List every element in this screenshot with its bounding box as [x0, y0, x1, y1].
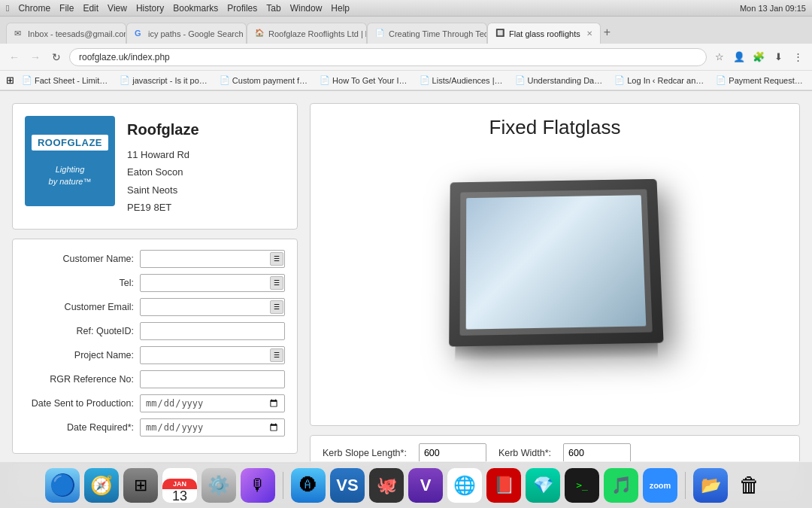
- settings-icon[interactable]: ⋮: [789, 49, 806, 65]
- file-menu[interactable]: File: [59, 3, 74, 14]
- project-name-input[interactable]: [140, 346, 285, 364]
- download-icon[interactable]: ⬇: [770, 49, 786, 65]
- tel-lookup-button[interactable]: ☰: [270, 276, 283, 290]
- dock-terminal[interactable]: >_: [565, 468, 599, 503]
- ref-label: Ref: QuoteID:: [25, 326, 134, 336]
- app-name[interactable]: Chrome: [18, 3, 50, 14]
- dock-crm[interactable]: 💎: [526, 468, 560, 503]
- tab-roofglaze-label: Roofglaze Rooflights Ltd | la…: [268, 29, 367, 38]
- logo-box: ROOFGLAZE Lighting by nature™: [25, 116, 115, 206]
- dock-vsapp[interactable]: V: [408, 468, 443, 503]
- bookmark-lists[interactable]: 📄 Lists/Audiences |…: [415, 74, 508, 87]
- tab-google[interactable]: G icy paths - Google Search ✕: [126, 23, 247, 44]
- ref-row: Ref: QuoteID:: [25, 322, 285, 340]
- rgr-ref-input[interactable]: [140, 370, 285, 388]
- company-name: Roofglaze: [127, 116, 199, 143]
- address-bar[interactable]: roofglaze.uk/index.php: [69, 48, 707, 66]
- tab-menu[interactable]: Tab: [266, 3, 280, 14]
- logo-roofglaze-text: ROOFGLAZE: [32, 135, 108, 151]
- dock-chrome[interactable]: 🌐: [447, 468, 482, 503]
- dock-acrobat[interactable]: 📕: [486, 468, 521, 503]
- bookmark-payment[interactable]: 📄 Custom payment f…: [215, 74, 312, 87]
- appstore-icon: 🅐: [300, 476, 317, 495]
- bookmark-understanding[interactable]: 📄 Understanding Da…: [511, 74, 607, 87]
- dock-vscode[interactable]: VS: [330, 468, 365, 503]
- back-button[interactable]: ←: [6, 49, 23, 65]
- bookmark-howto-icon: 📄: [320, 75, 330, 85]
- edit-menu[interactable]: Edit: [83, 3, 98, 14]
- dock-launchpad[interactable]: ⊞: [123, 468, 158, 503]
- kerb-slope-input[interactable]: [419, 443, 486, 463]
- dock-safari[interactable]: 🧭: [84, 468, 119, 503]
- bookmark-howtget[interactable]: 📄 How To Get Your I…: [315, 74, 411, 87]
- customer-name-lookup-button[interactable]: ☰: [270, 252, 283, 266]
- browser-chrome: ✉ Inbox - teesads@gmail.com ✕ G icy path…: [0, 17, 812, 91]
- tab-bar: ✉ Inbox - teesads@gmail.com ✕ G icy path…: [0, 17, 812, 44]
- forward-button[interactable]: →: [27, 49, 44, 65]
- tel-row: Tel: ☰: [25, 274, 285, 292]
- kerb-width-label: Kerb Width*:: [498, 448, 551, 458]
- email-input[interactable]: [140, 298, 285, 316]
- dock-finder[interactable]: 🔵: [45, 468, 80, 503]
- window-menu[interactable]: Window: [290, 3, 323, 14]
- email-lookup-button[interactable]: ☰: [270, 300, 283, 314]
- customer-name-label: Customer Name:: [25, 254, 134, 264]
- bookmarks-apps-icon[interactable]: ⊞: [6, 75, 14, 86]
- project-lookup-button[interactable]: ☰: [270, 348, 283, 362]
- os-bar-right: Mon 13 Jan 09:15: [740, 4, 806, 13]
- new-tab-button[interactable]: +: [604, 26, 611, 39]
- ref-input[interactable]: [140, 322, 285, 340]
- tab-gmail[interactable]: ✉ Inbox - teesads@gmail.com ✕: [6, 23, 126, 44]
- tab-tech[interactable]: 📄 Creating Time Through Tech… ✕: [367, 23, 487, 44]
- vsapp-icon: V: [420, 476, 432, 495]
- crm-icon: 💎: [533, 476, 553, 495]
- kerb-width-input[interactable]: [563, 443, 631, 463]
- help-menu[interactable]: Help: [331, 3, 350, 14]
- email-row: Customer Email: ☰: [25, 298, 285, 316]
- address-line3: Saint Neots: [127, 181, 199, 199]
- dock-trash[interactable]: 🗑: [732, 468, 767, 503]
- profile-icon[interactable]: 👤: [731, 49, 747, 65]
- flatglass-favicon: 🔲: [495, 29, 506, 39]
- os-menu-bar:  Chrome File Edit View History Bookmark…: [0, 0, 812, 17]
- extensions-icon[interactable]: 🧩: [750, 49, 767, 65]
- github-icon: 🐙: [377, 476, 397, 495]
- dock-github[interactable]: 🐙: [369, 468, 404, 503]
- apple-icon[interactable]: : [6, 3, 9, 14]
- bookmark-login[interactable]: 📄 Log In ‹ Redcar an…: [610, 74, 708, 87]
- frame-channel: [460, 189, 653, 336]
- project-name-field-wrapper: ☰: [140, 346, 285, 364]
- dock-zoom[interactable]: zoom: [643, 468, 677, 503]
- bookmarks-menu[interactable]: Bookmarks: [173, 3, 218, 14]
- reload-button[interactable]: ↻: [48, 49, 65, 65]
- frame-shadow: [455, 343, 658, 362]
- profiles-menu[interactable]: Profiles: [227, 3, 257, 14]
- dock-settings[interactable]: ⚙️: [201, 468, 236, 503]
- tel-input[interactable]: [140, 274, 285, 292]
- date-required-input[interactable]: [140, 418, 285, 437]
- bookmark-factsheet[interactable]: 📄 Fact Sheet - Limit…: [17, 74, 112, 87]
- kerb-slope-label: Kerb Slope Length*:: [323, 448, 407, 458]
- tab-flatglass[interactable]: 🔲 Flat glass rooflights ✕: [487, 23, 601, 44]
- product-title: Fixed Flatglass: [323, 116, 787, 139]
- address-text: roofglaze.uk/index.php: [79, 52, 170, 62]
- date-production-input[interactable]: [140, 394, 285, 412]
- dock-separator-1: [283, 472, 283, 499]
- settings-icon: ⚙️: [208, 475, 230, 496]
- tab-roofglaze[interactable]: 🏠 Roofglaze Rooflights Ltd | la… ✕: [247, 23, 367, 44]
- view-menu[interactable]: View: [108, 3, 127, 14]
- history-menu[interactable]: History: [136, 3, 164, 14]
- calendar-month: JAN: [162, 479, 197, 489]
- bookmark-payment-req[interactable]: 📄 Payment Request…: [711, 74, 807, 87]
- bookmark-icon[interactable]: ☆: [711, 49, 728, 65]
- dock-calendar[interactable]: JAN 13: [162, 468, 197, 503]
- bookmark-javascript[interactable]: 📄 javascript - Is it po…: [115, 74, 212, 87]
- customer-name-input[interactable]: [140, 250, 285, 268]
- close-tab-flatglass[interactable]: ✕: [586, 29, 592, 38]
- dock-spotify[interactable]: 🎵: [604, 468, 638, 503]
- page-content: ROOFGLAZE Lighting by nature™ Roofglaze …: [0, 91, 812, 508]
- dock-appstore[interactable]: 🅐: [291, 468, 326, 503]
- tab-tech-label: Creating Time Through Tech…: [389, 29, 487, 38]
- dock-files[interactable]: 📂: [693, 468, 728, 503]
- dock-siri[interactable]: 🎙: [241, 468, 275, 503]
